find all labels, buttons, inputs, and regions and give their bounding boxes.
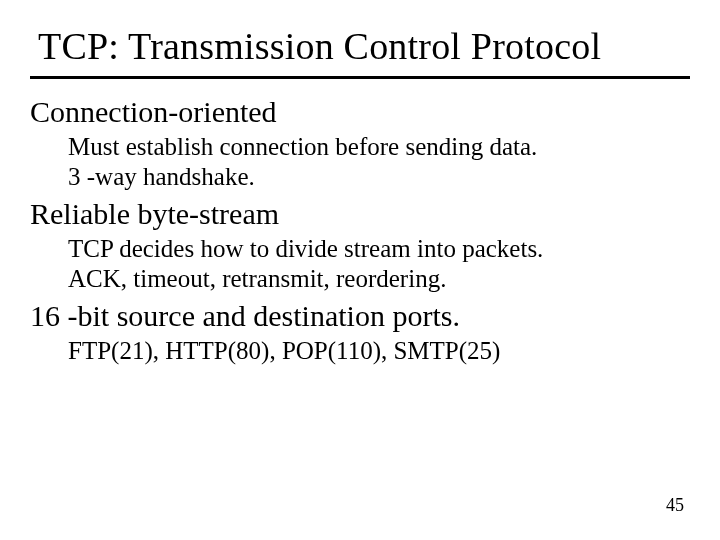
- section-1-line-2: 3 -way handshake.: [68, 163, 690, 191]
- section-heading-1: Connection-oriented: [30, 95, 690, 129]
- section-2-line-1: TCP decides how to divide stream into pa…: [68, 235, 690, 263]
- slide-title: TCP: Transmission Control Protocol: [0, 0, 720, 68]
- section-heading-2: Reliable byte-stream: [30, 197, 690, 231]
- slide-body: Connection-oriented Must establish conne…: [0, 95, 720, 365]
- section-heading-3: 16 -bit source and destination ports.: [30, 299, 690, 333]
- page-number: 45: [666, 495, 684, 516]
- title-rule: [30, 76, 690, 79]
- section-2-line-2: ACK, timeout, retransmit, reordering.: [68, 265, 690, 293]
- section-1-line-1: Must establish connection before sending…: [68, 133, 690, 161]
- slide: TCP: Transmission Control Protocol Conne…: [0, 0, 720, 540]
- section-3-line-1: FTP(21), HTTP(80), POP(110), SMTP(25): [68, 337, 690, 365]
